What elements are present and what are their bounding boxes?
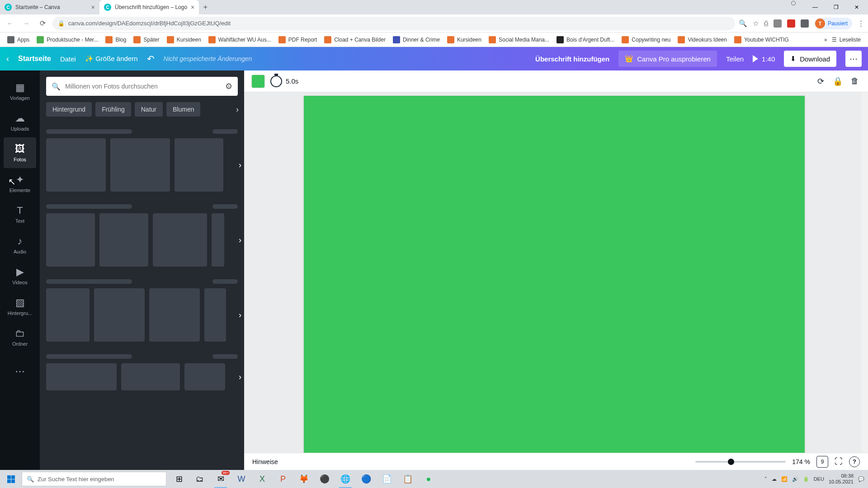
back-button[interactable]: ←	[4, 17, 16, 30]
wifi-icon[interactable]: 📶	[781, 476, 788, 482]
notifications-icon[interactable]: 💬	[858, 476, 864, 482]
try-pro-button[interactable]: 👑 Canva Pro ausprobieren	[618, 51, 717, 67]
duration-label[interactable]: 5.0s	[286, 77, 298, 85]
spotify-app[interactable]: ●	[419, 470, 439, 488]
rail-folders[interactable]: 🗀Ordner	[4, 322, 36, 352]
zoom-slider[interactable]	[695, 461, 786, 463]
extensions-menu-icon[interactable]	[801, 19, 809, 28]
photo-thumb[interactable]	[204, 288, 226, 342]
app-icon[interactable]: 📋	[398, 470, 418, 488]
download-button[interactable]: ⬇ Download	[784, 51, 836, 67]
chevron-right-icon[interactable]: ›	[239, 235, 241, 245]
bookmark-item[interactable]: Blog	[103, 36, 129, 43]
animate-icon[interactable]: ⟳	[815, 75, 826, 87]
fullscreen-icon[interactable]: ⛶	[835, 457, 843, 466]
rail-uploads[interactable]: ☁Uploads	[4, 107, 36, 137]
close-icon[interactable]: ×	[191, 4, 194, 11]
volume-icon[interactable]: 🔊	[792, 476, 798, 482]
taskbar-search[interactable]: 🔍 Zur Suche Text hier eingeben	[22, 472, 166, 486]
photo-thumb[interactable]	[121, 363, 180, 390]
url-field[interactable]: 🔒 canva.com/design/DAEdomzscjI/drBfjHdCo…	[52, 17, 735, 30]
photo-thumb[interactable]	[149, 288, 200, 342]
trash-icon[interactable]: 🗑	[849, 75, 861, 87]
chip-hintergrund[interactable]: Hintergrund	[46, 102, 92, 117]
bookmark-item[interactable]: Kursideen	[444, 36, 484, 43]
more-menu-button[interactable]: ⋯	[845, 51, 862, 67]
rail-background[interactable]: ▨Hintergru...	[4, 291, 36, 322]
home-link[interactable]: Startseite	[18, 55, 51, 63]
canvas-viewport[interactable]: ◀ ▶ ︿	[244, 92, 868, 470]
minimize-button[interactable]: —	[806, 1, 825, 14]
chip-fruehling[interactable]: Frühling	[95, 102, 131, 117]
forward-button[interactable]: →	[20, 17, 33, 30]
edge-app[interactable]: 🔵	[356, 470, 376, 488]
sync-indicator-icon[interactable]	[791, 1, 796, 5]
mail-app[interactable]: ✉99+	[211, 470, 231, 488]
bookmark-item[interactable]: PDF Report	[276, 36, 320, 43]
notepad-app[interactable]: 📄	[377, 470, 397, 488]
explorer-app[interactable]: 🗂	[190, 470, 210, 488]
share-button[interactable]: Teilen	[726, 55, 744, 63]
close-icon[interactable]: ×	[91, 4, 95, 11]
zoom-handle[interactable]	[728, 459, 734, 465]
apps-button[interactable]: Apps	[5, 36, 32, 43]
rail-videos[interactable]: ▶Videos	[4, 260, 36, 291]
close-window-button[interactable]: ✕	[847, 1, 866, 14]
search-input[interactable]	[65, 83, 221, 90]
help-button[interactable]: ?	[849, 456, 860, 467]
star-icon[interactable]: ☆	[753, 19, 759, 28]
overflow-icon[interactable]: »	[824, 37, 827, 43]
new-tab-button[interactable]: +	[199, 1, 212, 14]
browser-tab-0[interactable]: C Startseite – Canva ×	[0, 0, 99, 14]
bookmark-item[interactable]: Social Media Mana...	[486, 36, 552, 43]
chevron-right-icon[interactable]: ›	[239, 372, 241, 382]
obs-app[interactable]: ⚫	[315, 470, 335, 488]
reading-list-button[interactable]: ☰Leseliste	[829, 37, 863, 43]
back-icon[interactable]: ‹	[6, 54, 9, 64]
bookmark-item[interactable]: Videokurs Ideen	[675, 36, 730, 43]
reader-icon[interactable]: ⎙	[764, 19, 768, 27]
photo-thumb[interactable]	[46, 138, 106, 192]
word-app[interactable]: W	[231, 470, 251, 488]
bookmark-item[interactable]: Bois d'Argent Duft...	[554, 36, 617, 43]
bookmark-item[interactable]: Später	[131, 36, 162, 43]
chip-natur[interactable]: Natur	[135, 102, 163, 117]
zoom-icon[interactable]: 🔍	[739, 19, 747, 28]
firefox-app[interactable]: 🦊	[294, 470, 314, 488]
chevron-right-icon[interactable]: ›	[239, 310, 241, 320]
bookmark-item[interactable]: Wahlfächer WU Aus...	[206, 36, 274, 43]
photo-thumb[interactable]	[94, 288, 145, 342]
photo-thumb[interactable]	[46, 363, 117, 390]
hints-label[interactable]: Hinweise	[252, 458, 278, 465]
extension-icon[interactable]	[787, 19, 795, 28]
language-indicator[interactable]: DEU	[814, 476, 824, 482]
chip-blumen[interactable]: Blumen	[166, 102, 200, 117]
photo-thumb[interactable]	[184, 363, 225, 390]
resize-menu[interactable]: ✨ Größe ändern	[85, 55, 138, 63]
bookmark-item[interactable]: Produktsuche - Mer...	[34, 36, 101, 43]
play-button[interactable]: 1:40	[753, 55, 775, 63]
bookmark-item[interactable]: Copywriting neu	[619, 36, 673, 43]
photo-thumb[interactable]	[46, 288, 90, 342]
filter-icon[interactable]: ⚙	[225, 81, 232, 91]
reload-button[interactable]: ⟳	[36, 17, 49, 30]
bookmark-item[interactable]: Kursideen	[164, 36, 204, 43]
photo-thumb[interactable]	[153, 213, 207, 267]
rail-templates[interactable]: ▦Vorlagen	[4, 76, 36, 107]
photo-thumb[interactable]	[46, 213, 95, 267]
lock-icon[interactable]: 🔒	[832, 75, 844, 87]
rail-more[interactable]: ⋯	[4, 356, 36, 387]
file-menu[interactable]: Datei	[60, 55, 76, 63]
photo-thumb[interactable]	[212, 213, 224, 267]
photo-thumb[interactable]	[175, 138, 223, 192]
rail-photos[interactable]: 🖼Fotos	[4, 137, 36, 168]
chrome-app[interactable]: 🌐	[335, 470, 355, 488]
undo-icon[interactable]: ↶	[147, 53, 155, 64]
bookmark-item[interactable]: Cload + Canva Bilder	[321, 36, 388, 43]
fill-color-button[interactable]	[251, 75, 265, 88]
clock[interactable]: 08:38 10.05.2021	[829, 473, 854, 485]
onedrive-icon[interactable]: ☁	[772, 476, 777, 482]
chevron-right-icon[interactable]: ›	[227, 101, 241, 118]
kebab-menu-icon[interactable]: ⋮	[858, 19, 864, 28]
document-title[interactable]: Überschrift hinzufügen	[535, 55, 609, 63]
